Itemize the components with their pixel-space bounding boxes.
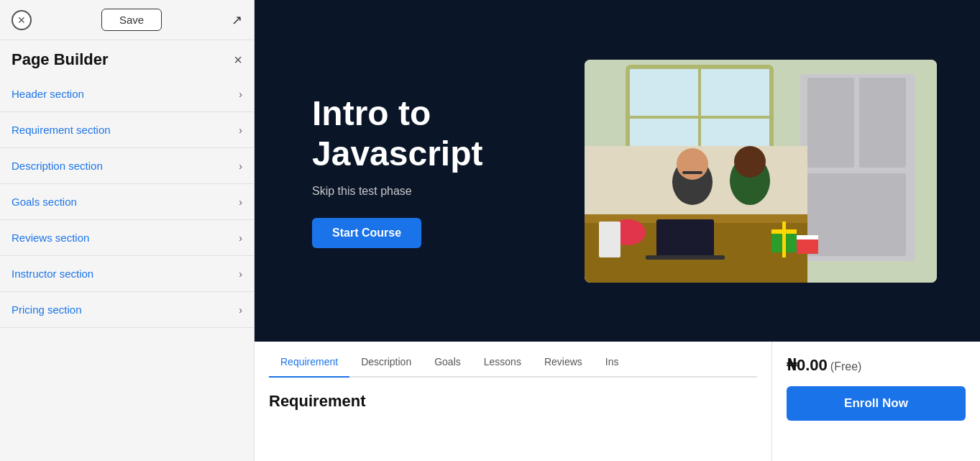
svg-rect-25	[797, 235, 818, 239]
hero-subtitle: Skip this test phase	[312, 185, 585, 198]
hero-image	[585, 60, 937, 283]
sidebar-close-button[interactable]: ×	[234, 52, 242, 68]
chevron-right-icon: ›	[239, 160, 242, 172]
sidebar-item-requirement[interactable]: Requirement section ›	[0, 112, 254, 148]
hero-title: Intro to Javascript	[312, 93, 585, 173]
tab-goals[interactable]: Goals	[423, 347, 472, 378]
chevron-right-icon: ›	[239, 124, 242, 136]
price-free-label: (Free)	[830, 360, 862, 373]
sidebar-section-label: Header section	[12, 88, 84, 100]
sidebar-section-label: Requirement section	[12, 124, 111, 136]
sidebar-item-header[interactable]: Header section ›	[0, 76, 254, 112]
svg-rect-7	[859, 78, 906, 168]
chevron-right-icon: ›	[239, 304, 242, 316]
tab-requirement[interactable]: Requirement	[269, 347, 349, 378]
tab-instructor[interactable]: Ins	[594, 347, 631, 378]
chevron-right-icon: ›	[239, 232, 242, 244]
sidebar-top-bar: ✕ Save ↗	[0, 0, 254, 40]
svg-rect-6	[807, 78, 854, 168]
content-section-heading: Requirement	[269, 392, 757, 411]
bottom-section: RequirementDescriptionGoalsLessonsReview…	[255, 342, 980, 461]
content-area: Requirement	[269, 378, 757, 425]
tab-reviews[interactable]: Reviews	[533, 347, 594, 378]
chevron-right-icon: ›	[239, 88, 242, 100]
hero-content: Intro to Javascript Skip this test phase…	[312, 93, 585, 247]
close-circle-button[interactable]: ✕	[12, 10, 32, 30]
sidebar-section-label: Reviews section	[12, 232, 89, 244]
svg-rect-14	[682, 171, 702, 174]
chevron-right-icon: ›	[239, 268, 242, 280]
svg-rect-23	[782, 222, 786, 257]
hero-image-placeholder	[585, 60, 937, 283]
sidebar-section-label: Description section	[12, 160, 103, 172]
tab-description[interactable]: Description	[349, 347, 423, 378]
sidebar-section-list: Header section › Requirement section › D…	[0, 76, 254, 461]
page-builder-title: Page Builder	[12, 50, 108, 69]
sidebar-section-label: Goals section	[12, 196, 77, 208]
tabs-row: RequirementDescriptionGoalsLessonsReview…	[269, 342, 757, 378]
enroll-now-button[interactable]: Enroll Now	[787, 386, 966, 421]
chevron-right-icon: ›	[239, 196, 242, 208]
svg-rect-24	[797, 238, 818, 254]
sidebar-item-reviews[interactable]: Reviews section ›	[0, 220, 254, 256]
tab-lessons[interactable]: Lessons	[472, 347, 533, 378]
sidebar-item-description[interactable]: Description section ›	[0, 148, 254, 184]
external-link-icon[interactable]: ↗	[232, 12, 242, 28]
price-value: ₦0.00	[787, 356, 828, 374]
hero-section: Intro to Javascript Skip this test phase…	[255, 0, 980, 342]
svg-point-16	[734, 146, 766, 178]
sidebar-item-pricing[interactable]: Pricing section ›	[0, 292, 254, 328]
svg-rect-17	[656, 219, 714, 257]
sidebar-item-goals[interactable]: Goals section ›	[0, 184, 254, 220]
close-circle-icon: ✕	[17, 14, 26, 26]
bottom-left: RequirementDescriptionGoalsLessonsReview…	[255, 342, 771, 461]
sidebar-item-instructor[interactable]: Instructor section ›	[0, 256, 254, 292]
sidebar-title-row: Page Builder ×	[0, 40, 254, 76]
pricing-panel: ₦0.00(Free) Enroll Now	[771, 342, 980, 461]
svg-rect-18	[646, 255, 725, 260]
price-display: ₦0.00(Free)	[787, 356, 966, 375]
save-button[interactable]: Save	[101, 9, 162, 31]
sidebar-section-label: Pricing section	[12, 303, 82, 316]
sidebar: ✕ Save ↗ Page Builder × Header section ›…	[0, 0, 255, 461]
svg-rect-20	[599, 222, 620, 257]
svg-point-13	[677, 148, 708, 180]
svg-rect-8	[807, 173, 906, 256]
sidebar-section-label: Instructor section	[12, 268, 93, 280]
start-course-button[interactable]: Start Course	[312, 218, 421, 248]
main-area: Intro to Javascript Skip this test phase…	[255, 0, 980, 461]
